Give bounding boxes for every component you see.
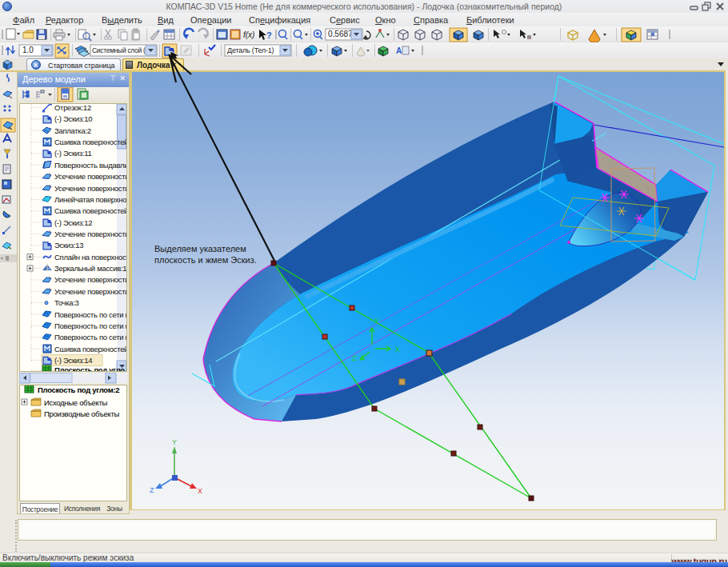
svg-text:0.5687: 0.5687 <box>328 30 353 38</box>
svg-text:плоскость и жмем Эскиз.: плоскость и жмем Эскиз. <box>154 255 257 265</box>
svg-text:Плоскость под углом:2: Плоскость под углом:2 <box>38 385 119 394</box>
svg-text:Усечение поверхности:: Усечение поверхности: <box>54 287 126 296</box>
svg-text:Y: Y <box>374 317 379 325</box>
svg-text:X: X <box>395 345 400 353</box>
svg-text:1.0: 1.0 <box>22 46 34 54</box>
svg-text:(-) Эскиз:14: (-) Эскиз:14 <box>54 356 92 365</box>
svg-text:Поверхность по сети кр: Поверхность по сети кр <box>54 310 126 319</box>
svg-text:Z: Z <box>352 354 357 362</box>
svg-text:Y: Y <box>172 438 177 446</box>
svg-text:(-) Эскиз:10: (-) Эскиз:10 <box>54 114 92 123</box>
svg-text:f(x): f(x) <box>243 30 254 39</box>
svg-text:Усечение поверхности:: Усечение поверхности: <box>54 184 126 193</box>
svg-text:X: X <box>198 487 202 495</box>
svg-text:?: ? <box>266 30 272 40</box>
svg-text:Сшивка поверхностей:5: Сшивка поверхностей:5 <box>54 138 126 146</box>
svg-text:Выделяем указателем: Выделяем указателем <box>154 244 246 254</box>
svg-text:Линейчатая поверхност: Линейчатая поверхност <box>54 195 126 204</box>
svg-text:(-) Эскиз:12: (-) Эскиз:12 <box>54 218 92 227</box>
svg-text:Деталь (Тел-1): Деталь (Тел-1) <box>227 46 274 54</box>
svg-text:Точка:3: Точка:3 <box>54 298 79 307</box>
svg-text:Усечение поверхности:: Усечение поверхности: <box>54 230 126 238</box>
svg-text:(-) Эскиз:11: (-) Эскиз:11 <box>54 149 91 158</box>
svg-text:Усечение поверхности:: Усечение поверхности: <box>54 172 126 181</box>
svg-text:Эскиз:13: Эскиз:13 <box>54 241 83 250</box>
svg-text:Исходные объекты: Исходные объекты <box>44 398 108 407</box>
svg-text:Z: Z <box>150 486 154 494</box>
svg-text:Сшивка поверхностей:9: Сшивка поверхностей:9 <box>54 345 126 353</box>
svg-text:Сшивка поверхностей:6: Сшивка поверхностей:6 <box>54 206 126 215</box>
svg-text:Усечение поверхности:: Усечение поверхности: <box>54 275 126 284</box>
svg-text:Системный слой (0;: Системный слой (0; <box>92 46 150 54</box>
svg-text:А: А <box>396 46 402 55</box>
svg-text:Сплайн на поверхности: Сплайн на поверхности <box>54 253 126 262</box>
svg-text:Плоскость под угло: Плоскость под угло <box>54 365 125 371</box>
svg-text:Поверхность по сети кр: Поверхность по сети кр <box>54 321 126 330</box>
svg-text:Поверхность выдавлив: Поверхность выдавлив <box>54 161 126 170</box>
svg-text:Отрезок:12: Отрезок:12 <box>54 104 91 112</box>
svg-text:Поверхность по сети кр: Поверхность по сети кр <box>54 333 126 341</box>
svg-text:Производные объекты: Производные объекты <box>44 409 119 418</box>
svg-text:Заплатка:2: Заплатка:2 <box>54 126 91 135</box>
svg-text:Зеркальный массив:1: Зеркальный массив:1 <box>54 264 126 273</box>
